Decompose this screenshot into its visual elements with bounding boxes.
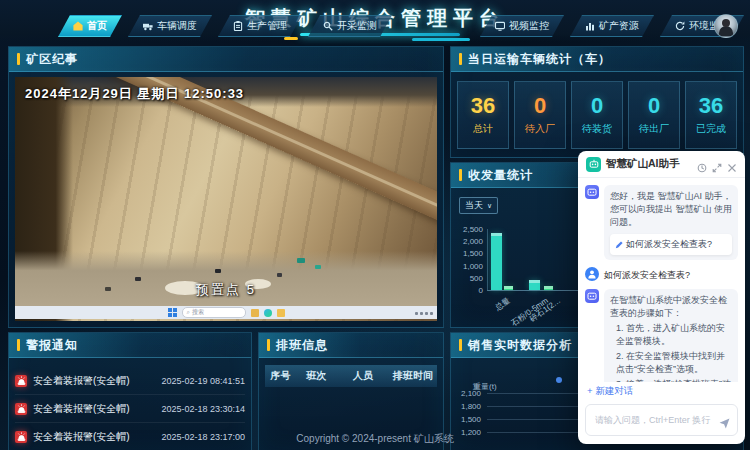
panel-accent xyxy=(459,169,462,181)
system-tray xyxy=(415,312,433,315)
schedule-column-2: 人员 xyxy=(337,369,389,383)
alarm-siren-icon xyxy=(15,375,27,387)
bar-item-1[interactable] xyxy=(504,286,513,290)
preset-point-label: 预置点 5 xyxy=(15,281,437,299)
nav-left: 首页车辆调度生产管理开采监测 xyxy=(58,15,392,37)
ai-panel-title: 智慧矿山AI助手 xyxy=(606,157,692,171)
user-message: 如何派发安全检查表? xyxy=(585,267,738,282)
tab-left-1[interactable]: 车辆调度 xyxy=(128,15,212,37)
schedule-panel-title: 排班信息 xyxy=(276,337,328,354)
pencil-icon xyxy=(615,241,623,249)
user-avatar[interactable] xyxy=(714,14,738,38)
y-axis-line xyxy=(487,229,488,290)
chevron-down-icon: ∨ xyxy=(487,202,492,210)
alarm-row-0[interactable]: 安全着装报警(安全帽)2025-02-19 08:41:51 xyxy=(15,367,245,395)
tab-right-0[interactable]: 视频监控 xyxy=(480,15,564,37)
ai-question-input[interactable] xyxy=(593,414,714,426)
tab-left-2[interactable]: 生产管理 xyxy=(218,15,302,37)
alarm-panel-title: 警报通知 xyxy=(26,337,78,354)
schedule-column-0: 序号 xyxy=(265,369,296,383)
windows-start-icon[interactable] xyxy=(168,308,177,317)
stat-label: 总计 xyxy=(473,122,493,136)
y-axis-tick: 2,100 xyxy=(451,390,481,398)
suggested-question-chip[interactable]: 如何派发安全检查表? xyxy=(610,234,732,255)
stat-box-0: 36总计 xyxy=(457,81,509,149)
bar-top-highlight xyxy=(504,286,513,289)
tab-left-0[interactable]: 首页 xyxy=(58,15,122,37)
new-chat-button[interactable]: + 新建对话 xyxy=(578,382,745,401)
stat-box-1: 0待入厂 xyxy=(514,81,566,149)
tab-label: 矿产资源 xyxy=(599,19,639,33)
browser-icon[interactable] xyxy=(264,309,272,317)
tab-label: 开采监测 xyxy=(337,19,377,33)
y-axis-tick: 1,500 xyxy=(451,416,481,424)
folder-icon[interactable] xyxy=(277,309,285,317)
alarm-text: 安全着装报警(安全帽) xyxy=(33,374,155,388)
ai-input-bar xyxy=(585,404,738,436)
panel-accent xyxy=(17,53,20,65)
excavator xyxy=(315,265,321,269)
x-axis-category-label: 总量 xyxy=(493,295,512,313)
sales-panel-title: 销售实时数据分析 xyxy=(468,337,572,354)
bar-总量[interactable] xyxy=(491,233,502,290)
sales-legend-marker[interactable] xyxy=(556,377,562,383)
ai-message: 在智慧矿山系统中派发安全检查表的步骤如下： 1. 首先，进入矿山系统的安全监管模… xyxy=(585,289,738,382)
bar-top-highlight xyxy=(491,233,502,236)
stat-label: 已完成 xyxy=(696,122,726,136)
monitor-icon xyxy=(495,21,505,31)
stat-value: 0 xyxy=(534,95,546,117)
tab-left-3[interactable]: 开采监测 xyxy=(308,15,392,37)
top-header: 智慧矿山综合管理平台 首页车辆调度生产管理开采监测 视频监控矿产资源环境监测安全… xyxy=(0,0,750,42)
video-timestamp: 2024年12月29日 星期日 12:50:33 xyxy=(25,85,244,103)
excavator xyxy=(297,258,305,263)
send-icon[interactable] xyxy=(719,415,730,426)
stat-value: 0 xyxy=(648,95,660,117)
home-icon xyxy=(73,21,83,31)
vehicle-stats-row: 36总计0待入厂0待装货0待出厂36已完成 xyxy=(457,81,737,149)
shipment-panel-title: 收发量统计 xyxy=(468,167,533,184)
history-icon[interactable] xyxy=(697,159,707,169)
schedule-column-3: 排班时间 xyxy=(389,369,437,383)
schedule-table-header: 序号班次人员排班时间 xyxy=(265,365,437,387)
close-icon[interactable] xyxy=(727,159,737,169)
y-axis-tick: 1,500 xyxy=(453,250,483,258)
folder-icon[interactable] xyxy=(251,309,259,317)
mine-video-panel: 矿区纪事 2024年12月29日 星期日 12:50:33 预置点 5 ⌕ 搜索 xyxy=(8,46,444,328)
video-panel-title: 矿区纪事 xyxy=(26,51,78,68)
stat-box-4: 36已完成 xyxy=(685,81,737,149)
ai-avatar-icon xyxy=(585,289,599,303)
truck-icon xyxy=(143,21,153,31)
y-axis-tick: 2,000 xyxy=(453,238,483,246)
alarm-time: 2025-02-19 08:41:51 xyxy=(161,376,245,386)
nav-right: 视频监控矿产资源环境监测安全监管 xyxy=(480,15,750,37)
expand-icon[interactable] xyxy=(712,159,722,169)
panel-accent xyxy=(17,339,20,351)
truck xyxy=(277,273,282,277)
cycle-icon xyxy=(675,21,685,31)
ai-answer-bubble: 在智慧矿山系统中派发安全检查表的步骤如下： 1. 首先，进入矿山系统的安全监管模… xyxy=(604,289,738,382)
tab-label: 生产管理 xyxy=(247,19,287,33)
y-axis-tick: 0 xyxy=(453,287,483,295)
ai-robot-icon xyxy=(586,157,601,172)
ai-chat-body: 您好，我是 智慧矿山AI 助手，您可以向我提出 智慧矿山 使用问题。 如何派发安… xyxy=(578,178,745,382)
stat-box-3: 0待出厂 xyxy=(628,81,680,149)
alarm-text: 安全着装报警(安全帽) xyxy=(33,402,155,416)
taskbar-search-input[interactable]: ⌕ 搜索 xyxy=(182,307,246,318)
bar-石粉/0-5mm[interactable] xyxy=(529,280,540,290)
y-axis-tick: 1,800 xyxy=(451,403,481,411)
bar-top-highlight xyxy=(529,280,540,283)
ai-assistant-panel: 智慧矿山AI助手 您好，我是 智慧矿山AI 助手，您可以向我提出 智慧矿山 使用… xyxy=(578,151,745,444)
date-range-select[interactable]: 当天∨ xyxy=(459,197,498,214)
stat-label: 待装货 xyxy=(582,122,612,136)
alarm-time: 2025-02-18 23:30:14 xyxy=(161,404,245,414)
truck xyxy=(215,269,221,273)
panel-accent xyxy=(459,53,462,65)
bar-碎石1(2…[interactable] xyxy=(544,286,553,290)
live-video-feed[interactable]: 2024年12月29日 星期日 12:50:33 预置点 5 ⌕ 搜索 xyxy=(15,77,437,321)
bar-top-highlight xyxy=(544,286,553,289)
y-axis-tick: 1,000 xyxy=(453,263,483,271)
ai-welcome-bubble: 您好，我是 智慧矿山AI 助手，您可以向我提出 智慧矿山 使用问题。 如何派发安… xyxy=(604,185,738,260)
stat-box-2: 0待装货 xyxy=(571,81,623,149)
tab-right-1[interactable]: 矿产资源 xyxy=(570,15,654,37)
alarm-row-1[interactable]: 安全着装报警(安全帽)2025-02-18 23:30:14 xyxy=(15,395,245,423)
